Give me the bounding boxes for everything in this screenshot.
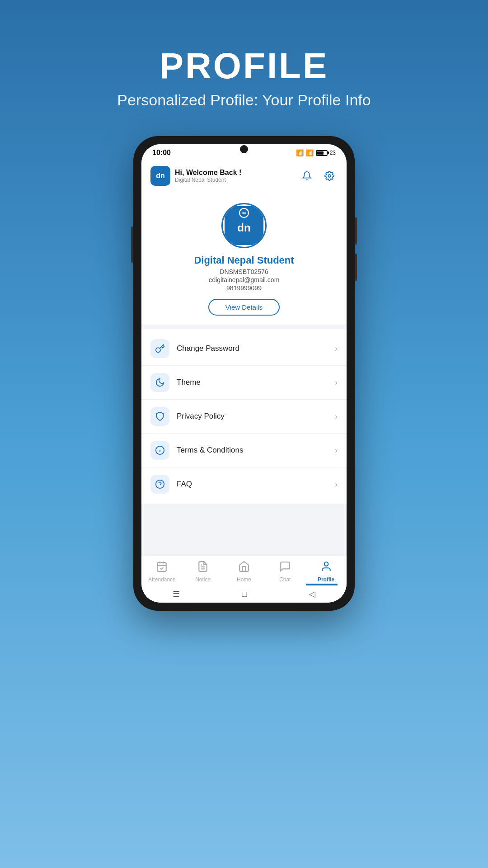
- page-header: PROFILE Personalized Profile: Your Profi…: [117, 0, 371, 109]
- nav-item-notice[interactable]: Notice: [187, 561, 219, 583]
- menu-item-change-password[interactable]: Change Password ›: [141, 332, 347, 366]
- nav-item-home[interactable]: Home: [228, 561, 260, 583]
- info-circle-icon: [155, 445, 165, 455]
- app-welcome-section: Hi, Welcome Back ! Digital Nepal Student: [175, 169, 241, 183]
- faq-label: FAQ: [177, 480, 335, 489]
- app-logo-section: dn Hi, Welcome Back ! Digital Nepal Stud…: [150, 166, 241, 186]
- scroll-content: dn dn Digital Nepal Student DNSMSBT02576…: [141, 192, 347, 556]
- status-icons: 📶 📶 23: [296, 149, 336, 156]
- svg-point-0: [328, 175, 331, 177]
- privacy-icon-wrap: [150, 407, 169, 426]
- moon-icon: [155, 377, 165, 387]
- system-nav: ☰ □ ◁: [141, 585, 347, 603]
- shield-icon: [155, 411, 165, 421]
- system-back-button[interactable]: ◁: [309, 589, 315, 599]
- key-icon: [155, 344, 165, 354]
- profile-name: Digital Nepal Student: [194, 255, 294, 266]
- notice-icon: [197, 561, 209, 575]
- attendance-icon: [156, 561, 168, 575]
- privacy-policy-label: Privacy Policy: [177, 412, 335, 421]
- avatar-circle: dn dn: [221, 203, 267, 248]
- side-button-right-2: [355, 254, 357, 281]
- nav-item-chat[interactable]: Chat: [269, 561, 301, 583]
- chevron-right-icon: ›: [335, 378, 338, 387]
- home-icon: [238, 561, 250, 575]
- side-button-left: [131, 226, 133, 263]
- menu-section: Change Password › Theme ›: [141, 329, 347, 504]
- view-details-button[interactable]: View Details: [208, 299, 280, 316]
- app-header-icons: [299, 168, 338, 184]
- app-header: dn Hi, Welcome Back ! Digital Nepal Stud…: [141, 160, 347, 192]
- theme-icon-wrap: [150, 373, 169, 392]
- app-logo: dn: [150, 166, 170, 186]
- profile-nav-icon: [320, 561, 332, 575]
- menu-item-faq[interactable]: FAQ ›: [141, 467, 347, 501]
- avatar-badge: dn: [239, 208, 249, 218]
- nav-item-attendance[interactable]: Attendance: [145, 561, 178, 583]
- terms-icon-wrap: [150, 441, 169, 460]
- notification-bell-button[interactable]: [299, 168, 315, 184]
- menu-item-privacy-policy[interactable]: Privacy Policy ›: [141, 400, 347, 434]
- settings-button[interactable]: [321, 168, 338, 184]
- chat-icon: [279, 561, 291, 575]
- avatar-inner: dn dn: [225, 206, 263, 245]
- menu-item-terms-conditions[interactable]: Terms & Conditions ›: [141, 434, 347, 467]
- side-button-right-1: [355, 217, 357, 245]
- system-home-button[interactable]: □: [242, 590, 247, 599]
- home-nav-label: Home: [237, 576, 251, 583]
- chevron-right-icon: ›: [335, 412, 338, 421]
- theme-label: Theme: [177, 378, 335, 387]
- svg-point-12: [324, 562, 328, 566]
- change-password-icon-wrap: [150, 339, 169, 358]
- profile-nav-label: Profile: [318, 576, 334, 583]
- phone-frame: 10:00 📶 📶 23 dn Hi, Welcome Back ! Digit…: [133, 136, 355, 611]
- camera-notch: [240, 145, 248, 153]
- chevron-right-icon: ›: [335, 446, 338, 455]
- menu-item-theme[interactable]: Theme ›: [141, 366, 347, 400]
- svg-rect-6: [158, 562, 167, 571]
- chevron-right-icon: ›: [335, 480, 338, 489]
- chat-nav-label: Chat: [279, 576, 291, 583]
- terms-conditions-label: Terms & Conditions: [177, 446, 335, 455]
- bottom-nav: Attendance Notice: [141, 556, 347, 585]
- status-time: 10:00: [152, 149, 171, 157]
- nav-item-profile[interactable]: Profile: [310, 561, 343, 583]
- faq-icon-wrap: [150, 475, 169, 494]
- notice-nav-label: Notice: [195, 576, 211, 583]
- battery-icon: [316, 150, 328, 156]
- welcome-text: Hi, Welcome Back !: [175, 169, 241, 177]
- profile-card: dn dn Digital Nepal Student DNSMSBT02576…: [141, 192, 347, 325]
- question-circle-icon: [155, 479, 165, 489]
- profile-id: DNSMSBT02576: [220, 268, 268, 275]
- system-menu-button[interactable]: ☰: [173, 589, 180, 599]
- wifi-icon: 📶: [296, 149, 304, 156]
- active-nav-indicator: [306, 584, 338, 585]
- battery-percent: 23: [330, 150, 336, 156]
- signal-icon: 📶: [306, 149, 314, 156]
- profile-phone: 9819999099: [226, 284, 262, 292]
- attendance-nav-label: Attendance: [148, 576, 176, 583]
- change-password-label: Change Password: [177, 344, 335, 353]
- profile-email: edigitalnepal@gmail.com: [209, 276, 280, 283]
- chevron-right-icon: ›: [335, 344, 338, 354]
- page-subtitle: Personalized Profile: Your Profile Info: [117, 91, 371, 109]
- welcome-sub: Digital Nepal Student: [175, 177, 241, 183]
- avatar-text: dn: [237, 222, 250, 234]
- phone-screen: 10:00 📶 📶 23 dn Hi, Welcome Back ! Digit…: [141, 144, 347, 603]
- page-title: PROFILE: [117, 45, 371, 87]
